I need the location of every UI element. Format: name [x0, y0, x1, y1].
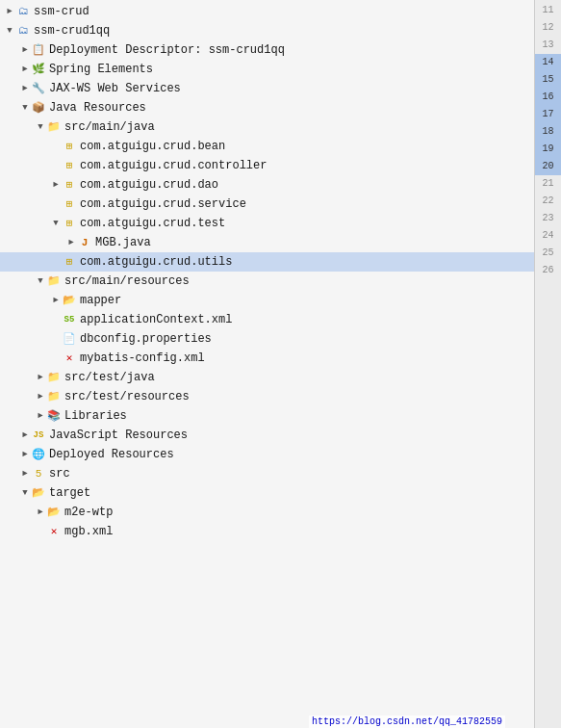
tree-item-mgb-xml[interactable]: ✕mgb.xml: [0, 522, 534, 541]
tree-arrow-spring-elements[interactable]: [19, 65, 31, 74]
tree-item-src[interactable]: 5src: [0, 464, 534, 483]
tree-arrow-mapper[interactable]: [50, 296, 62, 305]
tree-label-src-main-java: src/main/java: [64, 120, 155, 134]
tree-arrow-src-test-java[interactable]: [35, 373, 46, 382]
line-number-13: 13: [535, 37, 561, 54]
project-tree[interactable]: 🗂ssm-crud🗂ssm-crud1qq📋Deployment Descrip…: [0, 0, 534, 728]
folder-icon: 📂: [62, 293, 77, 308]
tree-arrow-deployed-resources[interactable]: [19, 450, 31, 459]
line-number-14: 14: [535, 54, 561, 71]
tree-arrow-ssm-crud-root[interactable]: [4, 7, 15, 16]
tree-item-pkg-test[interactable]: ⊞com.atguigu.crud.test: [0, 214, 534, 233]
tree-label-deployed-resources: Deployed Resources: [49, 448, 174, 461]
tree-label-pkg-test: com.atguigu.crud.test: [80, 217, 225, 230]
tree-item-pkg-bean[interactable]: ⊞com.atguigu.crud.bean: [0, 137, 534, 156]
tree-label-js-resources: JavaScript Resources: [49, 429, 188, 442]
tree-label-ssm-crud1qq: ssm-crud1qq: [34, 24, 110, 38]
tree-arrow-src-main-resources[interactable]: [35, 276, 46, 286]
line-number-22: 22: [535, 193, 561, 210]
line-number-17: 17: [535, 106, 561, 123]
tree-item-java-resources[interactable]: 📦Java Resources: [0, 98, 534, 117]
tree-label-mybatis-config: mybatis-config.xml: [80, 351, 205, 365]
file-tree-panel: 🗂ssm-crud🗂ssm-crud1qq📋Deployment Descrip…: [0, 0, 534, 728]
tree-label-pkg-service: com.atguigu.crud.service: [80, 197, 246, 211]
tree-arrow-libraries[interactable]: [35, 411, 46, 421]
tree-item-mybatis-config[interactable]: ✕mybatis-config.xml: [0, 349, 534, 368]
java-res-icon: 📦: [31, 100, 46, 116]
tree-arrow-pkg-dao[interactable]: [50, 180, 62, 190]
tree-item-mgb-java[interactable]: JMGB.java: [0, 233, 534, 252]
js-res-icon: JS: [31, 428, 46, 443]
url-bar: https://blog.csdn.net/qq_41782559: [309, 715, 505, 728]
tree-item-target[interactable]: 📂target: [0, 483, 534, 503]
tree-label-java-resources: Java Resources: [49, 101, 146, 115]
tree-item-src-test-java[interactable]: 📁src/test/java: [0, 368, 534, 387]
deploy-icon: 📋: [31, 42, 46, 58]
tree-item-src-main-resources[interactable]: 📁src/main/resources: [0, 272, 534, 291]
tree-item-libraries[interactable]: 📚Libraries: [0, 406, 534, 426]
folder-icon: 📂: [46, 505, 62, 520]
tree-arrow-target[interactable]: [19, 488, 31, 498]
package-icon: ⊞: [62, 158, 77, 173]
spring-icon: 🌿: [31, 62, 46, 77]
tree-arrow-jaxws[interactable]: [19, 84, 31, 93]
tree-arrow-src[interactable]: [19, 469, 31, 479]
tree-item-applicationContext[interactable]: S5applicationContext.xml: [0, 310, 534, 329]
tree-label-applicationContext: applicationContext.xml: [80, 313, 232, 326]
tree-item-pkg-utils[interactable]: ⊞com.atguigu.crud.utils: [0, 252, 534, 272]
project-icon: 🗂: [15, 23, 31, 39]
tree-arrow-deploy-desc[interactable]: [19, 45, 31, 55]
tree-item-deploy-desc[interactable]: 📋Deployment Descriptor: ssm-crud1qq: [0, 40, 534, 60]
line-number-21: 21: [535, 175, 561, 193]
tree-arrow-ssm-crud1qq[interactable]: [4, 26, 15, 36]
srcfolder-icon: 📁: [46, 273, 62, 289]
tree-item-deployed-resources[interactable]: 🌐Deployed Resources: [0, 445, 534, 464]
tree-item-spring-elements[interactable]: 🌿Spring Elements: [0, 60, 534, 79]
src-icon-icon: 5: [31, 466, 46, 481]
tree-arrow-pkg-test[interactable]: [50, 219, 62, 228]
tree-item-js-resources[interactable]: JSJavaScript Resources: [0, 426, 534, 445]
srcfolder-icon: 📁: [46, 389, 62, 404]
tree-label-deploy-desc: Deployment Descriptor: ssm-crud1qq: [49, 43, 285, 57]
package-icon: ⊞: [62, 196, 77, 212]
tree-item-ssm-crud-root[interactable]: 🗂ssm-crud: [0, 2, 534, 21]
tree-arrow-src-test-resources[interactable]: [35, 392, 46, 402]
lib-icon: 📚: [46, 408, 62, 424]
tree-arrow-m2e-wtp[interactable]: [35, 507, 46, 517]
tree-arrow-src-main-java[interactable]: [35, 122, 46, 132]
line-number-12: 12: [535, 19, 561, 37]
jaxws-icon: 🔧: [31, 81, 46, 96]
line-numbers-panel: 11121314151617181920212223242526: [534, 0, 561, 728]
tree-label-pkg-dao: com.atguigu.crud.dao: [80, 178, 218, 192]
tree-item-dbconfig[interactable]: 📄dbconfig.properties: [0, 329, 534, 349]
tree-label-pkg-bean: com.atguigu.crud.bean: [80, 140, 225, 153]
tree-arrow-java-resources[interactable]: [19, 103, 31, 113]
package-icon: ⊞: [62, 177, 77, 193]
line-number-11: 11: [535, 2, 561, 19]
tree-item-pkg-dao[interactable]: ⊞com.atguigu.crud.dao: [0, 175, 534, 195]
tree-label-mapper: mapper: [80, 294, 121, 307]
tree-arrow-js-resources[interactable]: [19, 430, 31, 440]
tree-item-m2e-wtp[interactable]: 📂m2e-wtp: [0, 503, 534, 522]
tree-label-target: target: [49, 486, 90, 500]
srcfolder-icon: 📁: [46, 370, 62, 385]
tree-item-src-test-resources[interactable]: 📁src/test/resources: [0, 387, 534, 406]
line-number-15: 15: [535, 71, 561, 89]
package-icon: ⊞: [62, 216, 77, 231]
line-number-25: 25: [535, 245, 561, 262]
tree-label-src-test-resources: src/test/resources: [64, 390, 190, 403]
xml-spring-icon: S5: [62, 312, 77, 327]
tree-label-src-test-java: src/test/java: [64, 371, 155, 384]
target-icon: 📂: [31, 485, 46, 501]
tree-label-ssm-crud-root: ssm-crud: [34, 5, 89, 18]
tree-item-jaxws[interactable]: 🔧JAX-WS Web Services: [0, 79, 534, 98]
tree-label-mgb-java: MGB.java: [95, 236, 151, 249]
tree-label-src-main-resources: src/main/resources: [64, 274, 190, 288]
tree-item-src-main-java[interactable]: 📁src/main/java: [0, 117, 534, 137]
tree-item-ssm-crud1qq[interactable]: 🗂ssm-crud1qq: [0, 21, 534, 40]
tree-label-pkg-controller: com.atguigu.crud.controller: [80, 159, 267, 172]
tree-item-mapper[interactable]: 📂mapper: [0, 291, 534, 310]
tree-item-pkg-controller[interactable]: ⊞com.atguigu.crud.controller: [0, 156, 534, 175]
tree-arrow-mgb-java[interactable]: [65, 238, 77, 247]
tree-item-pkg-service[interactable]: ⊞com.atguigu.crud.service: [0, 195, 534, 214]
